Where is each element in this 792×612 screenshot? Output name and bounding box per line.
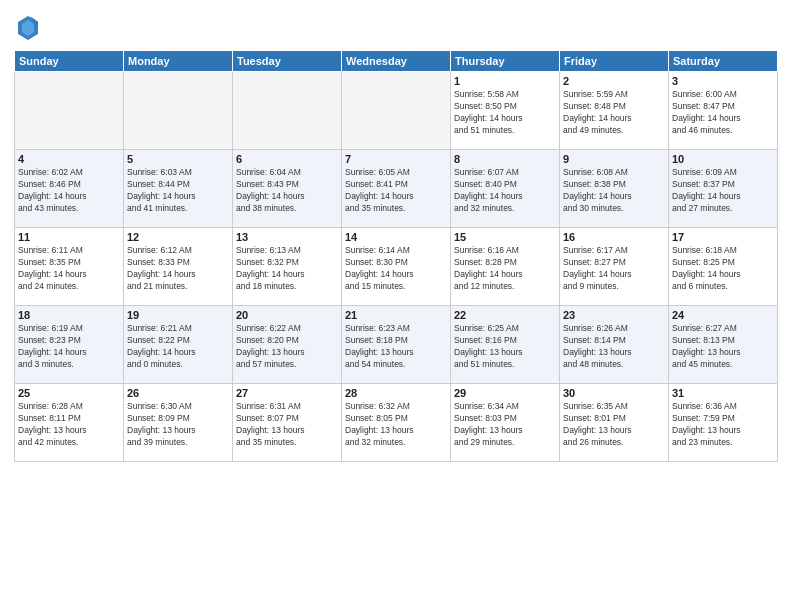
day-cell: 22Sunrise: 6:25 AM Sunset: 8:16 PM Dayli… xyxy=(451,306,560,384)
day-number: 24 xyxy=(672,309,774,321)
day-info: Sunrise: 5:58 AM Sunset: 8:50 PM Dayligh… xyxy=(454,89,556,137)
day-cell xyxy=(124,72,233,150)
day-info: Sunrise: 6:02 AM Sunset: 8:46 PM Dayligh… xyxy=(18,167,120,215)
day-cell: 12Sunrise: 6:12 AM Sunset: 8:33 PM Dayli… xyxy=(124,228,233,306)
day-number: 7 xyxy=(345,153,447,165)
day-number: 11 xyxy=(18,231,120,243)
day-cell: 24Sunrise: 6:27 AM Sunset: 8:13 PM Dayli… xyxy=(669,306,778,384)
day-cell: 19Sunrise: 6:21 AM Sunset: 8:22 PM Dayli… xyxy=(124,306,233,384)
day-cell: 14Sunrise: 6:14 AM Sunset: 8:30 PM Dayli… xyxy=(342,228,451,306)
day-info: Sunrise: 6:17 AM Sunset: 8:27 PM Dayligh… xyxy=(563,245,665,293)
day-info: Sunrise: 6:32 AM Sunset: 8:05 PM Dayligh… xyxy=(345,401,447,449)
day-number: 12 xyxy=(127,231,229,243)
day-info: Sunrise: 6:36 AM Sunset: 7:59 PM Dayligh… xyxy=(672,401,774,449)
day-number: 9 xyxy=(563,153,665,165)
day-cell: 27Sunrise: 6:31 AM Sunset: 8:07 PM Dayli… xyxy=(233,384,342,462)
day-cell: 25Sunrise: 6:28 AM Sunset: 8:11 PM Dayli… xyxy=(15,384,124,462)
day-number: 15 xyxy=(454,231,556,243)
day-cell: 5Sunrise: 6:03 AM Sunset: 8:44 PM Daylig… xyxy=(124,150,233,228)
day-number: 6 xyxy=(236,153,338,165)
day-cell: 20Sunrise: 6:22 AM Sunset: 8:20 PM Dayli… xyxy=(233,306,342,384)
day-number: 22 xyxy=(454,309,556,321)
main-container: SundayMondayTuesdayWednesdayThursdayFrid… xyxy=(0,0,792,472)
logo xyxy=(14,14,40,46)
week-row-2: 4Sunrise: 6:02 AM Sunset: 8:46 PM Daylig… xyxy=(15,150,778,228)
day-info: Sunrise: 6:14 AM Sunset: 8:30 PM Dayligh… xyxy=(345,245,447,293)
day-info: Sunrise: 6:26 AM Sunset: 8:14 PM Dayligh… xyxy=(563,323,665,371)
day-info: Sunrise: 6:16 AM Sunset: 8:28 PM Dayligh… xyxy=(454,245,556,293)
day-info: Sunrise: 6:28 AM Sunset: 8:11 PM Dayligh… xyxy=(18,401,120,449)
weekday-header-row: SundayMondayTuesdayWednesdayThursdayFrid… xyxy=(15,51,778,72)
day-number: 29 xyxy=(454,387,556,399)
day-info: Sunrise: 5:59 AM Sunset: 8:48 PM Dayligh… xyxy=(563,89,665,137)
day-cell: 15Sunrise: 6:16 AM Sunset: 8:28 PM Dayli… xyxy=(451,228,560,306)
day-number: 17 xyxy=(672,231,774,243)
weekday-saturday: Saturday xyxy=(669,51,778,72)
day-info: Sunrise: 6:19 AM Sunset: 8:23 PM Dayligh… xyxy=(18,323,120,371)
day-number: 28 xyxy=(345,387,447,399)
day-cell: 16Sunrise: 6:17 AM Sunset: 8:27 PM Dayli… xyxy=(560,228,669,306)
day-info: Sunrise: 6:34 AM Sunset: 8:03 PM Dayligh… xyxy=(454,401,556,449)
day-cell: 26Sunrise: 6:30 AM Sunset: 8:09 PM Dayli… xyxy=(124,384,233,462)
day-number: 5 xyxy=(127,153,229,165)
day-number: 19 xyxy=(127,309,229,321)
day-info: Sunrise: 6:09 AM Sunset: 8:37 PM Dayligh… xyxy=(672,167,774,215)
day-cell: 10Sunrise: 6:09 AM Sunset: 8:37 PM Dayli… xyxy=(669,150,778,228)
day-number: 16 xyxy=(563,231,665,243)
day-cell: 30Sunrise: 6:35 AM Sunset: 8:01 PM Dayli… xyxy=(560,384,669,462)
day-number: 13 xyxy=(236,231,338,243)
weekday-wednesday: Wednesday xyxy=(342,51,451,72)
day-number: 1 xyxy=(454,75,556,87)
day-number: 2 xyxy=(563,75,665,87)
day-info: Sunrise: 6:30 AM Sunset: 8:09 PM Dayligh… xyxy=(127,401,229,449)
day-number: 25 xyxy=(18,387,120,399)
week-row-1: 1Sunrise: 5:58 AM Sunset: 8:50 PM Daylig… xyxy=(15,72,778,150)
logo-icon xyxy=(16,14,40,42)
logo-general xyxy=(14,14,40,46)
day-number: 31 xyxy=(672,387,774,399)
day-number: 23 xyxy=(563,309,665,321)
day-info: Sunrise: 6:18 AM Sunset: 8:25 PM Dayligh… xyxy=(672,245,774,293)
week-row-3: 11Sunrise: 6:11 AM Sunset: 8:35 PM Dayli… xyxy=(15,228,778,306)
day-info: Sunrise: 6:08 AM Sunset: 8:38 PM Dayligh… xyxy=(563,167,665,215)
day-cell: 1Sunrise: 5:58 AM Sunset: 8:50 PM Daylig… xyxy=(451,72,560,150)
day-info: Sunrise: 6:13 AM Sunset: 8:32 PM Dayligh… xyxy=(236,245,338,293)
week-row-4: 18Sunrise: 6:19 AM Sunset: 8:23 PM Dayli… xyxy=(15,306,778,384)
day-number: 20 xyxy=(236,309,338,321)
day-cell: 28Sunrise: 6:32 AM Sunset: 8:05 PM Dayli… xyxy=(342,384,451,462)
day-number: 8 xyxy=(454,153,556,165)
day-number: 4 xyxy=(18,153,120,165)
day-cell: 9Sunrise: 6:08 AM Sunset: 8:38 PM Daylig… xyxy=(560,150,669,228)
day-number: 27 xyxy=(236,387,338,399)
day-number: 30 xyxy=(563,387,665,399)
day-cell: 8Sunrise: 6:07 AM Sunset: 8:40 PM Daylig… xyxy=(451,150,560,228)
day-number: 21 xyxy=(345,309,447,321)
header xyxy=(14,10,778,46)
day-cell xyxy=(15,72,124,150)
day-number: 3 xyxy=(672,75,774,87)
day-info: Sunrise: 6:07 AM Sunset: 8:40 PM Dayligh… xyxy=(454,167,556,215)
day-info: Sunrise: 6:21 AM Sunset: 8:22 PM Dayligh… xyxy=(127,323,229,371)
week-row-5: 25Sunrise: 6:28 AM Sunset: 8:11 PM Dayli… xyxy=(15,384,778,462)
weekday-tuesday: Tuesday xyxy=(233,51,342,72)
day-number: 26 xyxy=(127,387,229,399)
day-number: 10 xyxy=(672,153,774,165)
day-info: Sunrise: 6:22 AM Sunset: 8:20 PM Dayligh… xyxy=(236,323,338,371)
day-cell: 31Sunrise: 6:36 AM Sunset: 7:59 PM Dayli… xyxy=(669,384,778,462)
day-cell: 7Sunrise: 6:05 AM Sunset: 8:41 PM Daylig… xyxy=(342,150,451,228)
day-info: Sunrise: 6:25 AM Sunset: 8:16 PM Dayligh… xyxy=(454,323,556,371)
day-cell: 18Sunrise: 6:19 AM Sunset: 8:23 PM Dayli… xyxy=(15,306,124,384)
weekday-friday: Friday xyxy=(560,51,669,72)
day-cell: 4Sunrise: 6:02 AM Sunset: 8:46 PM Daylig… xyxy=(15,150,124,228)
day-info: Sunrise: 6:31 AM Sunset: 8:07 PM Dayligh… xyxy=(236,401,338,449)
day-info: Sunrise: 6:27 AM Sunset: 8:13 PM Dayligh… xyxy=(672,323,774,371)
day-number: 14 xyxy=(345,231,447,243)
day-cell: 21Sunrise: 6:23 AM Sunset: 8:18 PM Dayli… xyxy=(342,306,451,384)
day-cell: 11Sunrise: 6:11 AM Sunset: 8:35 PM Dayli… xyxy=(15,228,124,306)
day-cell: 13Sunrise: 6:13 AM Sunset: 8:32 PM Dayli… xyxy=(233,228,342,306)
weekday-thursday: Thursday xyxy=(451,51,560,72)
day-cell: 6Sunrise: 6:04 AM Sunset: 8:43 PM Daylig… xyxy=(233,150,342,228)
calendar-table: SundayMondayTuesdayWednesdayThursdayFrid… xyxy=(14,50,778,462)
day-cell: 17Sunrise: 6:18 AM Sunset: 8:25 PM Dayli… xyxy=(669,228,778,306)
logo-text xyxy=(14,14,40,46)
